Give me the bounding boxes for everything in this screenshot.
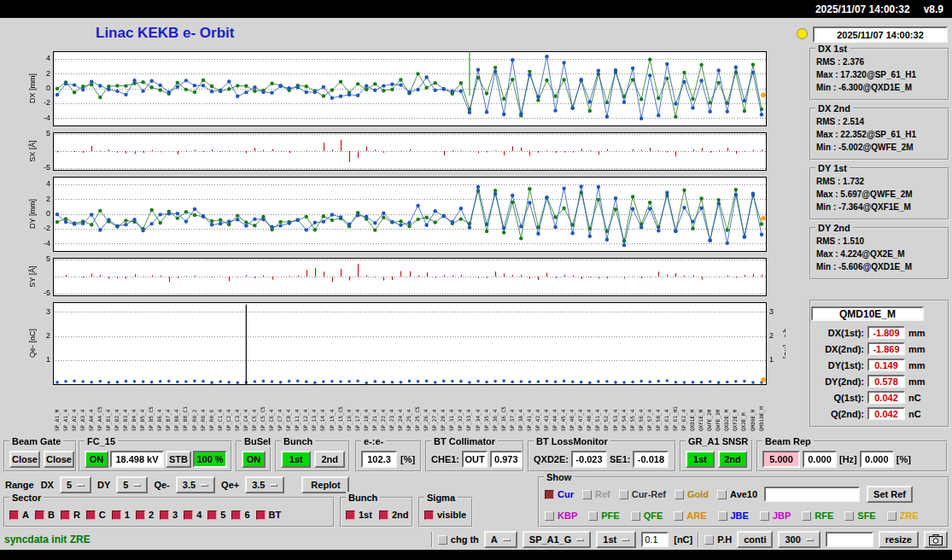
sigma-checkbox-visible[interactable]: visible [424, 510, 466, 520]
stat-group-dy-1st: DY 1stRMS : 1.732Max : 5.697@QWFE_2MMin … [809, 167, 949, 220]
sector-checkbox-1[interactable]: 1 [112, 510, 130, 520]
range-select-qe[interactable]: 3.5 [176, 476, 215, 493]
sector-select[interactable]: A [484, 531, 517, 548]
group-title: e-:e- [361, 435, 386, 447]
qxd2e-label: QXD2E: [534, 454, 569, 464]
group-title: Beam Rep [762, 435, 814, 447]
sector-checkbox-3[interactable]: 3 [160, 510, 178, 520]
bunch-checkbox-1st[interactable]: 1st [346, 510, 372, 520]
show-checkbox-sfe[interactable]: SFE [844, 510, 875, 521]
busel-on-button[interactable]: ON [242, 451, 266, 468]
sector-checkbox-b[interactable]: B [35, 510, 55, 520]
beam-rep-hz-unit: [Hz] [839, 454, 857, 464]
interval-select[interactable]: 300 [778, 531, 820, 548]
beam-gate-group: Beam Gate Close Close [3, 440, 77, 472]
stat-rms-value: RMS : 2.376 [816, 55, 944, 68]
checkbox-indicator [86, 510, 96, 520]
replot-button[interactable]: Replot [301, 476, 349, 493]
fc15-stb-button[interactable]: STB [166, 451, 191, 468]
chg-th-checkbox[interactable]: chg th [438, 534, 479, 545]
show-checkbox-cur[interactable]: Cur [545, 489, 574, 499]
page-title: Linac KEKB e- Orbit [96, 25, 234, 42]
busel-group: BuSel ON [236, 440, 272, 472]
bpm-readout-row: Q(2nd):0.042nC [811, 405, 948, 422]
show-checkbox-kbp[interactable]: KBP [545, 510, 577, 521]
checkbox-indicator [619, 490, 628, 499]
sector-checkbox-5[interactable]: 5 [207, 510, 225, 520]
bunch-2nd-button[interactable]: 2nd [314, 451, 345, 468]
se1-label: SE1: [610, 454, 630, 464]
sector-checks: ABRC123456BT [9, 510, 281, 520]
show-checkbox-pfe[interactable]: PFE [588, 510, 619, 521]
sector-checkbox-c[interactable]: C [86, 510, 106, 520]
stat-group-title: DY 1st [815, 162, 850, 174]
ref-name-input[interactable] [764, 487, 860, 502]
bpm-readout-panel: QMD10E_M DX(1st):-1.809mmDX(2nd):-1.869m… [809, 300, 949, 428]
fc15-on-button[interactable]: ON [85, 451, 108, 468]
gr-snsr-2nd-button[interactable]: 2nd [718, 451, 747, 468]
titlebar-version: v8.9 [924, 3, 943, 15]
range-select-dy[interactable]: 5 [116, 476, 148, 493]
gr-snsr-1st-button[interactable]: 1st [686, 451, 715, 468]
beam-gate-close-button-2[interactable]: Close [44, 451, 74, 468]
range-select-qe[interactable]: 3.5 [245, 476, 284, 493]
threshold-input[interactable] [641, 532, 669, 547]
checkbox-label: ARE [686, 510, 706, 521]
checkbox-indicator [207, 510, 217, 520]
beam-rep-group: Beam Rep 5.000 0.000 [Hz] 0.000 [%] [756, 440, 948, 472]
show-checkbox-zre[interactable]: ZRE [887, 510, 919, 521]
bunch-1st-button[interactable]: 1st [281, 451, 311, 468]
stat-min-value: Min : -5.002@QWFE_2M [816, 141, 944, 154]
bpm-readout-label: Q(1st): [815, 393, 864, 403]
range-title: Range [5, 480, 34, 490]
checkbox-label: 1st [359, 510, 372, 520]
snapshot-button[interactable] [924, 531, 948, 548]
show-checkbox-rfe[interactable]: RFE [802, 510, 833, 521]
sigma-checks: visible [424, 510, 466, 520]
show-checkbox-jbp[interactable]: JBP [760, 510, 791, 521]
misc-input[interactable] [826, 532, 873, 547]
checkbox-label: chg th [451, 534, 479, 545]
qxd2e-value-display: -0.023 [571, 451, 607, 468]
sector-checkbox-bt[interactable]: BT [256, 510, 282, 520]
show-checkbox-cur-ref[interactable]: Cur-Ref [619, 489, 666, 499]
range-select-dx[interactable]: 5 [60, 476, 91, 493]
stat-rms-value: RMS : 1.732 [816, 175, 944, 188]
beam-gate-close-button-1[interactable]: Close [9, 451, 40, 468]
bpm-readout-unit: mm [908, 376, 926, 387]
checkbox-label: visible [437, 510, 466, 520]
checkbox-indicator [184, 510, 193, 520]
show-checkbox-gold[interactable]: Gold [675, 489, 709, 499]
show-group: Show CurRefCur-RefGoldAve10 Set Ref KBPP… [538, 476, 949, 528]
bpm-readout-row: DY(1st):0.149mm [811, 357, 948, 373]
se1-value-display: -0.018 [633, 451, 669, 468]
show-checkbox-are[interactable]: ARE [674, 510, 706, 521]
sector-checkbox-2[interactable]: 2 [136, 510, 154, 520]
bunch-select[interactable]: 1st [596, 531, 636, 548]
bpm-readout-row: Q(1st):0.042nC [811, 389, 948, 405]
fc15-group: FC_15 ON 18.498 kV STB 100 % [79, 440, 232, 472]
bunch-checkbox-2nd[interactable]: 2nd [379, 510, 409, 520]
sector-checkbox-r[interactable]: R [61, 510, 80, 520]
ph-checkbox[interactable]: P.H [704, 534, 732, 545]
show-checkbox-qfe[interactable]: QFE [631, 510, 663, 521]
beam-rep-set-display: 5.000 [762, 451, 800, 468]
checkbox-label: A [22, 510, 29, 520]
bpm-select[interactable]: SP_A1_G [523, 531, 592, 548]
checkbox-label: JBP [773, 510, 791, 521]
resize-button[interactable]: resize [879, 531, 919, 548]
sector-checkbox-6[interactable]: 6 [231, 510, 249, 520]
stat-max-value: Max : 22.352@SP_61_H1 [816, 128, 944, 141]
checkbox-label: JBE [731, 510, 749, 521]
sector-checkbox-4[interactable]: 4 [184, 510, 201, 520]
set-ref-button[interactable]: Set Ref [867, 486, 913, 503]
sector-group: Sector ABRC123456BT [3, 497, 335, 528]
group-title: BT LossMonitor [534, 435, 610, 447]
show-row1-checks: CurRefCur-RefGoldAve10 [545, 489, 757, 499]
conti-button[interactable]: conti [737, 531, 773, 548]
show-checkbox-ave10[interactable]: Ave10 [717, 489, 757, 499]
show-checkbox-jbe[interactable]: JBE [718, 510, 749, 521]
sector-checkbox-a[interactable]: A [9, 510, 29, 520]
checkbox-indicator [346, 510, 355, 520]
show-checkbox-ref[interactable]: Ref [582, 489, 610, 499]
